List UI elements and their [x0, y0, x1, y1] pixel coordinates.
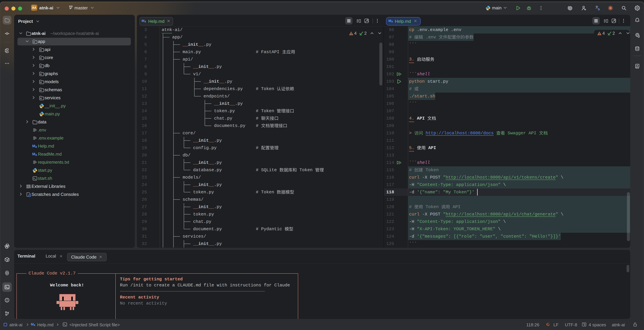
svg-text:M: M	[142, 19, 144, 23]
svg-text:M: M	[32, 144, 35, 148]
svg-text:M: M	[388, 19, 391, 23]
svg-text:M: M	[31, 322, 34, 326]
svg-text:A: A	[598, 8, 600, 11]
svg-text:M: M	[32, 152, 35, 156]
svg-text:A: A	[636, 64, 638, 67]
svg-text:G: G	[546, 322, 550, 327]
